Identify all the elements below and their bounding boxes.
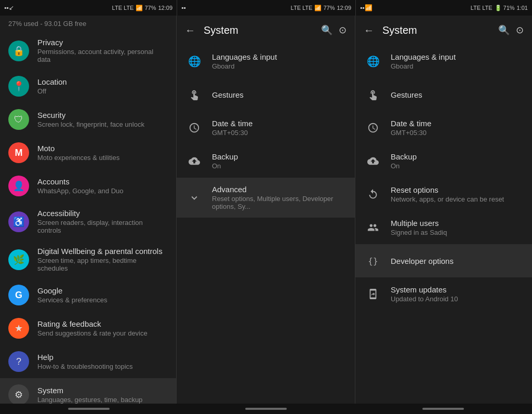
sidebar-item-rating[interactable]: ★ Rating & feedback Send suggestions & r… <box>0 312 176 345</box>
right-help-icon[interactable]: ⊙ <box>516 24 524 36</box>
sidebar-item-google[interactable]: G Google Services & preferences <box>0 278 176 312</box>
multiusers-icon <box>364 218 382 237</box>
wellbeing-subtitle: Screen time, app timers, bedtime schedul… <box>37 257 168 272</box>
system-icon: ⚙ <box>8 384 29 404</box>
right-header: ← System 🔍 ⊙ <box>355 16 532 45</box>
advanced-subtitle: Reset options, Multiple users, Developer… <box>212 195 347 210</box>
help-subtitle: How-to & troubleshooting topics <box>37 363 168 370</box>
left-signal: LTE LTE <box>112 5 134 11</box>
right-languages-icon: 🌐 <box>364 52 382 71</box>
bottom-indicator-mid <box>177 404 354 414</box>
sidebar-item-accessibility[interactable]: ♿ Accessibility Screen readers, display,… <box>0 203 176 241</box>
reset-title: Reset options <box>391 185 524 194</box>
status-bar-right: ▪▪📶 LTE LTE 🔋 71% 1:01 <box>355 0 532 16</box>
advanced-chevron-icon <box>185 189 204 207</box>
bottom-indicator-left <box>0 404 177 414</box>
panel-mid: ← System 🔍 ⊙ 🌐 Languages & input Gboard … <box>177 16 355 404</box>
storage-text: 27% used - 93.01 GB free <box>0 16 176 32</box>
bottom-pill-mid <box>245 408 287 410</box>
gestures-icon <box>185 85 204 104</box>
developer-title: Developer options <box>391 257 524 265</box>
panels: 27% used - 93.01 GB free 🔒 Privacy Permi… <box>0 16 532 404</box>
mid-item-datetime[interactable]: Date & time GMT+05:30 <box>177 111 355 144</box>
datetime-icon <box>185 118 204 137</box>
backup-title: Backup <box>212 152 347 161</box>
bottom-indicator-right <box>355 404 532 414</box>
datetime-subtitle: GMT+05:30 <box>212 129 347 137</box>
location-subtitle: Off <box>37 87 168 95</box>
left-time: 12:09 <box>158 5 172 11</box>
mid-title: System <box>204 24 321 36</box>
status-bars: ▪▪↙ LTE LTE 📶 77% 12:09 ▪▪ LTE LTE 📶 77%… <box>0 0 532 16</box>
wellbeing-icon: 🌿 <box>8 249 29 270</box>
sidebar-item-moto[interactable]: M Moto Moto experiences & utilities <box>0 136 176 169</box>
privacy-icon: 🔒 <box>8 41 29 61</box>
accounts-icon: 👤 <box>8 176 29 196</box>
datetime-title: Date & time <box>212 119 347 128</box>
right-gestures-icon <box>364 85 382 104</box>
mid-back-button[interactable]: ← <box>185 24 195 36</box>
mid-battery: 📶 77% <box>314 5 335 11</box>
right-signal: LTE LTE <box>471 5 493 11</box>
right-item-reset[interactable]: Reset options Network, apps, or device c… <box>355 178 532 211</box>
gestures-title: Gestures <box>212 90 347 99</box>
right-time: 1:01 <box>517 5 528 11</box>
languages-title: Languages & input <box>212 52 347 61</box>
right-item-gestures[interactable]: Gestures <box>355 78 532 111</box>
mid-item-gestures[interactable]: Gestures <box>177 78 355 111</box>
rating-subtitle: Send suggestions & rate your device <box>37 329 168 337</box>
right-back-button[interactable]: ← <box>364 24 374 36</box>
right-search-icon[interactable]: 🔍 <box>498 24 510 36</box>
sidebar-item-security[interactable]: 🛡 Security Screen lock, fingerprint, fac… <box>0 103 176 136</box>
right-item-backup[interactable]: Backup On <box>355 144 532 178</box>
right-languages-subtitle: Gboard <box>391 62 524 70</box>
accessibility-icon: ♿ <box>8 211 29 232</box>
right-datetime-title: Date & time <box>391 119 524 128</box>
moto-title: Moto <box>37 144 168 153</box>
updates-title: System updates <box>391 285 524 294</box>
right-datetime-subtitle: GMT+05:30 <box>391 129 524 137</box>
accessibility-subtitle: Screen readers, display, interaction con… <box>37 219 168 234</box>
developer-icon: {} <box>364 251 382 270</box>
panel-left: 27% used - 93.01 GB free 🔒 Privacy Permi… <box>0 16 177 404</box>
sidebar-item-accounts[interactable]: 👤 Accounts WhatsApp, Google, and Duo <box>0 169 176 203</box>
google-title: Google <box>37 286 168 295</box>
right-item-languages[interactable]: 🌐 Languages & input Gboard <box>355 45 532 78</box>
right-battery: 🔋 71% <box>495 5 515 11</box>
mid-search-icon[interactable]: 🔍 <box>321 24 332 36</box>
mid-item-languages[interactable]: 🌐 Languages & input Gboard <box>177 45 355 78</box>
help-title: Help <box>37 353 168 362</box>
help-icon: ? <box>8 351 29 372</box>
sidebar-item-privacy[interactable]: 🔒 Privacy Permissions, account activity,… <box>0 32 176 70</box>
right-item-datetime[interactable]: Date & time GMT+05:30 <box>355 111 532 144</box>
moto-icon: M <box>8 142 29 163</box>
mid-help-icon[interactable]: ⊙ <box>339 24 347 36</box>
wellbeing-title: Digital Wellbeing & parental controls <box>37 247 168 256</box>
mid-item-advanced[interactable]: Advanced Reset options, Multiple users, … <box>177 178 355 218</box>
mid-signal: LTE LTE <box>291 5 313 11</box>
mid-item-backup[interactable]: Backup On <box>177 144 355 178</box>
right-item-developer[interactable]: {} Developer options <box>355 244 532 277</box>
updates-subtitle: Updated to Android 10 <box>391 295 524 303</box>
updates-icon <box>364 285 382 303</box>
advanced-title: Advanced <box>212 185 347 194</box>
accessibility-title: Accessibility <box>37 209 168 218</box>
sidebar-item-digital-wellbeing[interactable]: 🌿 Digital Wellbeing & parental controls … <box>0 241 176 278</box>
status-bar-mid: ▪▪ LTE LTE 📶 77% 12:09 <box>177 0 355 16</box>
panel-right: ← System 🔍 ⊙ 🌐 Languages & input Gboard … <box>355 16 532 404</box>
accounts-subtitle: WhatsApp, Google, and Duo <box>37 187 168 195</box>
sidebar-item-help[interactable]: ? Help How-to & troubleshooting topics <box>0 345 176 378</box>
status-bar-left: ▪▪↙ LTE LTE 📶 77% 12:09 <box>0 0 177 16</box>
sidebar-item-system[interactable]: ⚙ System Languages, gestures, time, back… <box>0 378 176 404</box>
languages-subtitle: Gboard <box>212 62 347 70</box>
multiusers-subtitle: Signed in as Sadiq <box>391 229 524 236</box>
backup-icon <box>185 152 204 170</box>
left-battery: 📶 77% <box>136 5 156 11</box>
sidebar-item-location[interactable]: 📍 Location Off <box>0 70 176 103</box>
right-item-updates[interactable]: System updates Updated to Android 10 <box>355 277 532 311</box>
system-title: System <box>37 386 168 395</box>
security-subtitle: Screen lock, fingerprint, face unlock <box>37 121 168 128</box>
bottom-pill-left <box>68 408 110 410</box>
bottom-pill-right <box>422 408 464 410</box>
right-item-multiusers[interactable]: Multiple users Signed in as Sadiq <box>355 211 532 244</box>
